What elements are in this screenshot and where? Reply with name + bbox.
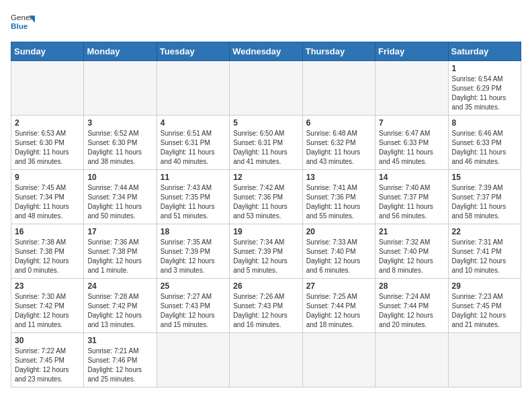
day-number: 24 bbox=[87, 281, 152, 291]
calendar-cell: 13Sunrise: 7:41 AM Sunset: 7:36 PM Dayli… bbox=[302, 170, 375, 224]
day-info: Sunrise: 6:47 AM Sunset: 6:33 PM Dayligh… bbox=[379, 129, 444, 167]
day-info: Sunrise: 6:48 AM Sunset: 6:32 PM Dayligh… bbox=[306, 129, 371, 167]
day-info: Sunrise: 7:40 AM Sunset: 7:37 PM Dayligh… bbox=[379, 183, 444, 221]
calendar-cell: 29Sunrise: 7:23 AM Sunset: 7:45 PM Dayli… bbox=[448, 279, 521, 333]
day-info: Sunrise: 7:32 AM Sunset: 7:40 PM Dayligh… bbox=[379, 238, 444, 275]
calendar-cell: 22Sunrise: 7:31 AM Sunset: 7:41 PM Dayli… bbox=[448, 224, 521, 279]
day-number: 21 bbox=[379, 227, 444, 236]
calendar-cell: 26Sunrise: 7:26 AM Sunset: 7:43 PM Dayli… bbox=[230, 279, 302, 333]
calendar-cell: 17Sunrise: 7:36 AM Sunset: 7:38 PM Dayli… bbox=[84, 224, 157, 279]
calendar-cell bbox=[230, 61, 302, 116]
day-info: Sunrise: 7:36 AM Sunset: 7:38 PM Dayligh… bbox=[87, 238, 152, 275]
calendar-cell: 15Sunrise: 7:39 AM Sunset: 7:37 PM Dayli… bbox=[448, 170, 521, 224]
day-info: Sunrise: 7:44 AM Sunset: 7:34 PM Dayligh… bbox=[87, 183, 152, 221]
calendar-cell bbox=[230, 333, 302, 387]
calendar-header-monday: Monday bbox=[84, 42, 157, 61]
day-number: 5 bbox=[233, 118, 298, 128]
day-info: Sunrise: 7:33 AM Sunset: 7:40 PM Dayligh… bbox=[306, 238, 371, 275]
day-info: Sunrise: 6:50 AM Sunset: 6:31 PM Dayligh… bbox=[233, 129, 298, 167]
calendar-cell: 27Sunrise: 7:25 AM Sunset: 7:44 PM Dayli… bbox=[302, 279, 375, 333]
calendar-header-saturday: Saturday bbox=[448, 42, 521, 61]
day-number: 13 bbox=[306, 173, 371, 182]
calendar-cell: 18Sunrise: 7:35 AM Sunset: 7:39 PM Dayli… bbox=[157, 224, 229, 279]
day-info: Sunrise: 7:30 AM Sunset: 7:42 PM Dayligh… bbox=[15, 292, 80, 330]
calendar-cell: 25Sunrise: 7:27 AM Sunset: 7:43 PM Dayli… bbox=[157, 279, 229, 333]
day-number: 1 bbox=[452, 64, 517, 73]
day-info: Sunrise: 7:34 AM Sunset: 7:39 PM Dayligh… bbox=[233, 238, 298, 275]
day-number: 12 bbox=[233, 173, 298, 182]
day-info: Sunrise: 7:31 AM Sunset: 7:41 PM Dayligh… bbox=[452, 238, 517, 275]
calendar-cell: 19Sunrise: 7:34 AM Sunset: 7:39 PM Dayli… bbox=[230, 224, 302, 279]
day-info: Sunrise: 7:35 AM Sunset: 7:39 PM Dayligh… bbox=[161, 238, 226, 275]
day-number: 18 bbox=[161, 227, 226, 236]
calendar-header-sunday: Sunday bbox=[11, 42, 84, 61]
calendar-cell: 2Sunrise: 6:53 AM Sunset: 6:30 PM Daylig… bbox=[11, 116, 84, 170]
day-number: 27 bbox=[306, 281, 371, 291]
day-number: 26 bbox=[233, 281, 298, 291]
calendar-week-5: 23Sunrise: 7:30 AM Sunset: 7:42 PM Dayli… bbox=[11, 279, 521, 333]
calendar-cell bbox=[375, 61, 448, 116]
calendar-cell: 30Sunrise: 7:22 AM Sunset: 7:45 PM Dayli… bbox=[11, 333, 84, 387]
day-number: 15 bbox=[452, 173, 517, 182]
calendar-cell: 20Sunrise: 7:33 AM Sunset: 7:40 PM Dayli… bbox=[302, 224, 375, 279]
calendar-cell: 3Sunrise: 6:52 AM Sunset: 6:30 PM Daylig… bbox=[84, 116, 157, 170]
day-number: 23 bbox=[15, 281, 80, 291]
page-header: General Blue bbox=[11, 11, 521, 35]
day-info: Sunrise: 7:38 AM Sunset: 7:38 PM Dayligh… bbox=[15, 238, 80, 275]
day-info: Sunrise: 6:46 AM Sunset: 6:33 PM Dayligh… bbox=[452, 129, 517, 167]
calendar-cell: 23Sunrise: 7:30 AM Sunset: 7:42 PM Dayli… bbox=[11, 279, 84, 333]
calendar-header-wednesday: Wednesday bbox=[230, 42, 302, 61]
day-info: Sunrise: 7:39 AM Sunset: 7:37 PM Dayligh… bbox=[452, 183, 517, 221]
calendar-week-2: 2Sunrise: 6:53 AM Sunset: 6:30 PM Daylig… bbox=[11, 116, 521, 170]
calendar-cell: 8Sunrise: 6:46 AM Sunset: 6:33 PM Daylig… bbox=[448, 116, 521, 170]
logo-icon: General Blue bbox=[11, 11, 35, 35]
day-info: Sunrise: 7:27 AM Sunset: 7:43 PM Dayligh… bbox=[161, 292, 226, 330]
day-number: 10 bbox=[87, 173, 152, 182]
day-number: 22 bbox=[452, 227, 517, 236]
day-info: Sunrise: 7:26 AM Sunset: 7:43 PM Dayligh… bbox=[233, 292, 298, 330]
day-number: 9 bbox=[15, 173, 80, 182]
day-number: 6 bbox=[306, 118, 371, 128]
day-info: Sunrise: 7:25 AM Sunset: 7:44 PM Dayligh… bbox=[306, 292, 371, 330]
day-number: 31 bbox=[87, 336, 152, 345]
calendar-cell: 14Sunrise: 7:40 AM Sunset: 7:37 PM Dayli… bbox=[375, 170, 448, 224]
calendar-week-1: 1Sunrise: 6:54 AM Sunset: 6:29 PM Daylig… bbox=[11, 61, 521, 116]
day-number: 25 bbox=[161, 281, 226, 291]
calendar-cell: 28Sunrise: 7:24 AM Sunset: 7:44 PM Dayli… bbox=[375, 279, 448, 333]
calendar-cell: 24Sunrise: 7:28 AM Sunset: 7:42 PM Dayli… bbox=[84, 279, 157, 333]
calendar-cell bbox=[84, 61, 157, 116]
day-number: 19 bbox=[233, 227, 298, 236]
svg-text:Blue: Blue bbox=[11, 21, 28, 30]
day-number: 28 bbox=[379, 281, 444, 291]
day-number: 3 bbox=[87, 118, 152, 128]
day-number: 29 bbox=[452, 281, 517, 291]
calendar-cell: 5Sunrise: 6:50 AM Sunset: 6:31 PM Daylig… bbox=[230, 116, 302, 170]
calendar-cell: 21Sunrise: 7:32 AM Sunset: 7:40 PM Dayli… bbox=[375, 224, 448, 279]
day-info: Sunrise: 7:41 AM Sunset: 7:36 PM Dayligh… bbox=[306, 183, 371, 221]
day-info: Sunrise: 7:24 AM Sunset: 7:44 PM Dayligh… bbox=[379, 292, 444, 330]
day-info: Sunrise: 7:28 AM Sunset: 7:42 PM Dayligh… bbox=[87, 292, 152, 330]
calendar-cell: 1Sunrise: 6:54 AM Sunset: 6:29 PM Daylig… bbox=[448, 61, 521, 116]
day-info: Sunrise: 7:23 AM Sunset: 7:45 PM Dayligh… bbox=[452, 292, 517, 330]
calendar-cell: 16Sunrise: 7:38 AM Sunset: 7:38 PM Dayli… bbox=[11, 224, 84, 279]
day-info: Sunrise: 7:42 AM Sunset: 7:36 PM Dayligh… bbox=[233, 183, 298, 221]
calendar-header-tuesday: Tuesday bbox=[157, 42, 229, 61]
calendar-table: SundayMondayTuesdayWednesdayThursdayFrid… bbox=[11, 42, 521, 387]
day-number: 11 bbox=[161, 173, 226, 182]
calendar-header-row: SundayMondayTuesdayWednesdayThursdayFrid… bbox=[11, 42, 521, 61]
day-number: 20 bbox=[306, 227, 371, 236]
calendar-header-thursday: Thursday bbox=[302, 42, 375, 61]
calendar-cell bbox=[448, 333, 521, 387]
day-info: Sunrise: 7:22 AM Sunset: 7:45 PM Dayligh… bbox=[15, 347, 80, 384]
calendar-cell: 7Sunrise: 6:47 AM Sunset: 6:33 PM Daylig… bbox=[375, 116, 448, 170]
calendar-cell bbox=[302, 61, 375, 116]
calendar-cell bbox=[302, 333, 375, 387]
calendar-cell: 9Sunrise: 7:45 AM Sunset: 7:34 PM Daylig… bbox=[11, 170, 84, 224]
calendar-cell: 10Sunrise: 7:44 AM Sunset: 7:34 PM Dayli… bbox=[84, 170, 157, 224]
day-info: Sunrise: 7:21 AM Sunset: 7:46 PM Dayligh… bbox=[87, 347, 152, 384]
calendar-cell bbox=[11, 61, 84, 116]
day-info: Sunrise: 6:53 AM Sunset: 6:30 PM Dayligh… bbox=[15, 129, 80, 167]
calendar-cell: 12Sunrise: 7:42 AM Sunset: 7:36 PM Dayli… bbox=[230, 170, 302, 224]
logo: General Blue bbox=[11, 11, 35, 35]
day-number: 17 bbox=[87, 227, 152, 236]
